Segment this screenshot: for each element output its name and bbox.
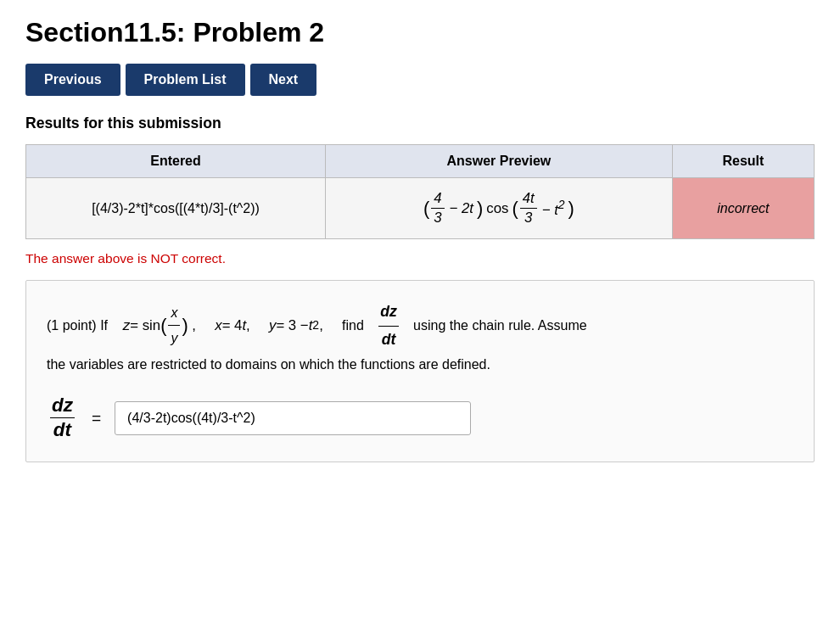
answer-input[interactable] [115,401,471,435]
col-entered-header: Entered [26,145,326,178]
next-button[interactable]: Next [250,64,317,96]
equals-sign: = [92,409,101,428]
dz-dt-fraction: dz dt [378,299,399,353]
answer-preview: ( 4 3 − 2t ) cos ( 4t 3 − t2 ) [326,178,673,239]
page-title: Section11.5: Problem 2 [25,17,815,48]
z-equation: z = sin ( x y ) , [123,301,196,350]
entered-value: [(4/3)-2*t]*cos([(4*t)/3]-(t^2)) [26,178,326,239]
previous-button[interactable]: Previous [25,64,120,96]
x-equation: x = 4t, [215,314,250,338]
y-equation: y = 3 − t2, [269,314,323,338]
problem-box: (1 point) If z = sin ( x y ) , x = 4t, y… [25,280,815,462]
variables-restricted-text: the variables are restricted to domains … [47,357,490,372]
col-preview-header: Answer Preview [326,145,673,178]
find-label: find [342,318,364,333]
answer-dz-dt: dz dt [50,394,75,441]
col-result-header: Result [672,145,814,178]
answer-row: dz dt = [47,394,793,441]
if-label: If [100,318,119,333]
results-heading: Results for this submission [25,115,815,132]
not-correct-text: The answer above is NOT correct. [25,251,815,266]
points-label: (1 point) [47,318,97,333]
result-value: incorrect [672,178,814,239]
table-row: [(4/3)-2*t]*cos([(4*t)/3]-(t^2)) ( 4 3 −… [26,178,815,239]
problem-statement: (1 point) If z = sin ( x y ) , x = 4t, y… [47,299,793,376]
nav-buttons: Previous Problem List Next [25,64,815,96]
using-chain-rule-text: using the chain rule. Assume [413,318,587,333]
problem-list-button[interactable]: Problem List [126,64,245,96]
results-table: Entered Answer Preview Result [(4/3)-2*t… [25,144,815,239]
